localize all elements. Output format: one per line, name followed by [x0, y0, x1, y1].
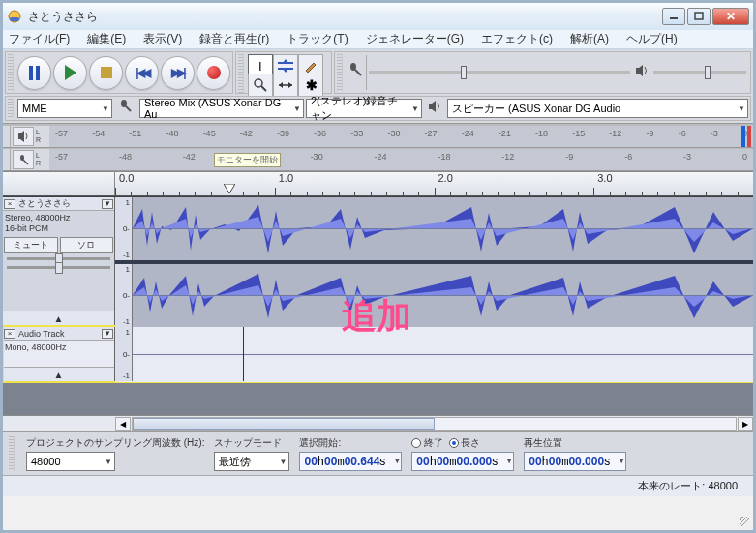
- close-button[interactable]: ✕: [712, 8, 749, 25]
- record-button[interactable]: [197, 56, 230, 90]
- grip-icon[interactable]: [9, 436, 15, 471]
- speaker-icon: [13, 127, 34, 146]
- svg-point-15: [350, 63, 356, 71]
- menu-tracks[interactable]: トラック(T): [287, 31, 348, 47]
- svg-rect-1: [10, 17, 19, 21]
- output-volume-slider[interactable]: [705, 66, 711, 79]
- tracks-area: × さとうささら ▼ Stereo, 48000Hz 16-bit PCM ミュ…: [3, 196, 753, 415]
- grip-icon[interactable]: [8, 99, 14, 118]
- track-menu-button[interactable]: ▼: [102, 199, 113, 209]
- svg-text:✱: ✱: [306, 78, 318, 92]
- input-channels-select[interactable]: 2(ステレオ)録音チャン: [306, 99, 422, 118]
- mic-icon: [347, 62, 364, 83]
- scrollbar-thumb[interactable]: [133, 418, 435, 430]
- svg-rect-3: [695, 13, 703, 19]
- timeline-ruler[interactable]: 0.01.02.03.04.0: [3, 171, 753, 196]
- mute-button[interactable]: ミュート: [4, 237, 58, 253]
- stop-button[interactable]: [89, 56, 123, 90]
- output-device-select[interactable]: スピーカー (ASUS Xonar DG Audio: [447, 99, 748, 118]
- svg-marker-13: [288, 82, 292, 88]
- input-device-select[interactable]: Stereo Mix (ASUS Xonar DG Au: [139, 99, 304, 118]
- mic-volume-slider[interactable]: [461, 66, 467, 79]
- svg-line-23: [23, 160, 28, 164]
- menu-record[interactable]: 録音と再生(r): [199, 31, 269, 47]
- svg-point-18: [121, 100, 127, 107]
- mic-icon: [118, 99, 134, 118]
- length-radio[interactable]: [449, 438, 459, 448]
- svg-text:I: I: [258, 59, 262, 73]
- menu-effect[interactable]: エフェクト(c): [481, 31, 553, 47]
- start-monitoring-button[interactable]: モニターを開始: [214, 153, 281, 167]
- actual-rate-label: 本来のレート: 48000: [638, 479, 738, 493]
- solo-button[interactable]: ソロ: [60, 237, 114, 253]
- snap-mode-label: スナップモード: [214, 436, 289, 450]
- svg-marker-17: [636, 65, 643, 76]
- audio-host-select[interactable]: MME: [17, 99, 112, 118]
- skip-end-button[interactable]: ▶▶|: [161, 56, 195, 90]
- minimize-button[interactable]: [662, 8, 685, 25]
- track-close-button[interactable]: ×: [4, 199, 15, 209]
- grip-icon[interactable]: [3, 149, 11, 170]
- selection-start-time[interactable]: 00 h 00 m 00.644 s: [299, 452, 402, 471]
- svg-marker-8: [283, 69, 288, 73]
- svg-marker-24: [224, 184, 235, 193]
- track-1-waveform[interactable]: 10--1 10--1: [115, 197, 753, 326]
- end-radio[interactable]: [411, 438, 421, 448]
- svg-marker-12: [279, 82, 283, 88]
- scroll-right-button[interactable]: ▶: [738, 417, 753, 431]
- selection-start-label: 選択開始:: [299, 436, 402, 450]
- menu-edit[interactable]: 編集(E): [87, 31, 126, 47]
- project-rate-select[interactable]: 48000: [26, 452, 115, 471]
- track-format: Stereo, 48000Hz: [5, 213, 112, 223]
- track-1-panel: × さとうささら ▼ Stereo, 48000Hz 16-bit PCM ミュ…: [3, 197, 115, 326]
- menu-analyze[interactable]: 解析(A): [570, 31, 609, 47]
- play-position-label: 再生位置: [524, 436, 626, 450]
- playhead-cursor-icon[interactable]: [224, 184, 235, 195]
- menu-view[interactable]: 表示(V): [143, 31, 182, 47]
- grip-icon[interactable]: [3, 126, 11, 147]
- svg-marker-20: [429, 101, 436, 112]
- track-close-button[interactable]: ×: [4, 329, 15, 339]
- project-rate-label: プロジェクトのサンプリング周波数 (Hz):: [26, 436, 204, 450]
- tools-toolbar: I ✱: [235, 51, 332, 94]
- playback-meter[interactable]: LR -57-54-51-48-45-42-39-36-33-30-27-24-…: [3, 125, 753, 148]
- title-bar: さとうささら ✕: [3, 3, 753, 30]
- collapse-button[interactable]: ▲: [3, 311, 114, 326]
- status-bar: 本来のレート: 48000: [3, 475, 753, 496]
- selection-bar: プロジェクトのサンプリング周波数 (Hz): 48000 スナップモード 最近傍…: [3, 431, 753, 475]
- snap-mode-select[interactable]: 最近傍: [214, 452, 289, 471]
- pause-button[interactable]: [17, 56, 51, 90]
- track-2-waveform[interactable]: 10--1: [115, 327, 753, 382]
- track-2-panel: × Audio Track ▼ Mono, 48000Hz ▲: [3, 327, 115, 382]
- pan-slider[interactable]: [7, 266, 110, 269]
- timeshift-tool[interactable]: [273, 74, 298, 97]
- track-name[interactable]: さとうささら: [16, 197, 101, 210]
- recording-meter[interactable]: LR -57-48-42-36-30-24-18-12-9-6-30 モニターを…: [3, 148, 753, 171]
- play-position-time[interactable]: 00 h 00 m 00.000 s: [524, 452, 626, 471]
- toolbars: |◀◀ ▶▶| I ✱: [3, 49, 753, 124]
- collapse-button[interactable]: ▲: [3, 367, 114, 382]
- svg-marker-7: [283, 59, 288, 63]
- grip-icon[interactable]: [337, 54, 343, 91]
- skip-start-button[interactable]: |◀◀: [125, 56, 159, 90]
- scroll-left-button[interactable]: ◀: [115, 417, 131, 431]
- grip-icon[interactable]: [238, 54, 244, 93]
- track-bits: 16-bit PCM: [5, 223, 112, 234]
- menu-help[interactable]: ヘルプ(H): [626, 31, 678, 47]
- track-name[interactable]: Audio Track: [16, 329, 101, 339]
- grip-icon[interactable]: [8, 54, 14, 91]
- menu-generate[interactable]: ジェネレーター(G): [366, 31, 464, 47]
- svg-point-9: [255, 79, 262, 87]
- zoom-tool[interactable]: [248, 74, 273, 97]
- track-format: Mono, 48000Hz: [5, 342, 112, 353]
- window-title: さとうささら: [28, 9, 98, 25]
- selection-length-time[interactable]: 00 h 00 m 00.000 s: [411, 452, 514, 471]
- track-menu-button[interactable]: ▼: [102, 329, 113, 339]
- menu-file[interactable]: ファイル(F): [9, 31, 70, 47]
- play-button[interactable]: [53, 56, 87, 90]
- svg-marker-21: [18, 131, 24, 142]
- maximize-button[interactable]: [687, 8, 711, 25]
- transport-toolbar: |◀◀ ▶▶|: [5, 51, 233, 94]
- horizontal-scrollbar[interactable]: ◀ ▶: [3, 415, 753, 431]
- gain-slider[interactable]: [7, 257, 110, 260]
